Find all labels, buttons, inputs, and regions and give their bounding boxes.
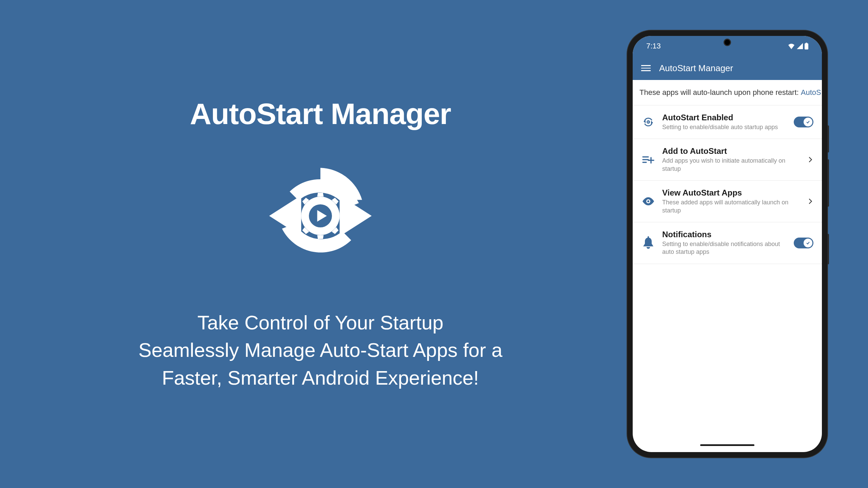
battery-icon bbox=[805, 43, 808, 49]
app-header: AutoStart Manager bbox=[633, 56, 822, 80]
wifi-icon bbox=[788, 43, 795, 49]
promo-left-content: AutoStart Manager bbox=[34, 97, 627, 391]
hamburger-menu-icon[interactable] bbox=[641, 63, 651, 73]
phone-side-button bbox=[827, 159, 829, 207]
item-content: Notifications Setting to enable/disable … bbox=[662, 230, 787, 256]
phone-frame: 7:13 AutoStart Manager bbox=[627, 30, 827, 458]
promo-banner: AutoStart Manager bbox=[0, 0, 868, 488]
item-content: View AutoStart Apps These added apps wil… bbox=[662, 188, 801, 215]
tagline-line-2: Seamlessly Manage Auto-Start Apps for a bbox=[138, 336, 502, 364]
phone-camera bbox=[724, 39, 731, 46]
check-icon bbox=[806, 241, 810, 245]
autostart-toggle[interactable] bbox=[794, 117, 813, 127]
eye-icon bbox=[641, 194, 655, 208]
svg-rect-3 bbox=[806, 43, 807, 44]
status-icons bbox=[788, 43, 808, 49]
item-subtitle: Setting to enable/disable auto startup a… bbox=[662, 123, 787, 131]
phone-nav-bar bbox=[700, 444, 754, 446]
phone-side-button bbox=[827, 125, 829, 152]
header-title: AutoStart Manager bbox=[659, 63, 733, 74]
autostart-icon bbox=[641, 115, 655, 129]
settings-item-add-autostart[interactable]: Add to AutoStart Add apps you wish to in… bbox=[633, 139, 822, 181]
signal-icon bbox=[797, 43, 803, 49]
item-title: View AutoStart Apps bbox=[662, 188, 801, 198]
item-content: AutoStart Enabled Setting to enable/disa… bbox=[662, 113, 787, 131]
app-logo bbox=[256, 158, 385, 275]
status-time: 7:13 bbox=[646, 42, 661, 50]
item-subtitle: These added apps will automatically laun… bbox=[662, 199, 801, 215]
item-subtitle: Setting to enable/disable notifications … bbox=[662, 240, 787, 256]
info-banner-link[interactable]: AutoS bbox=[801, 88, 821, 97]
tagline: Take Control of Your Startup Seamlessly … bbox=[138, 309, 502, 391]
item-subtitle: Add apps you wish to initiate automatica… bbox=[662, 157, 801, 173]
svg-rect-2 bbox=[805, 43, 808, 49]
check-icon bbox=[806, 120, 810, 124]
item-title: AutoStart Enabled bbox=[662, 113, 787, 122]
chevron-right-icon bbox=[807, 157, 813, 163]
item-title: Notifications bbox=[662, 230, 787, 239]
settings-item-notifications[interactable]: Notifications Setting to enable/disable … bbox=[633, 222, 822, 264]
tagline-line-3: Faster, Smarter Android Experience! bbox=[138, 364, 502, 391]
phone-mockup: 7:13 AutoStart Manager bbox=[627, 30, 827, 458]
settings-item-view-apps[interactable]: View AutoStart Apps These added apps wil… bbox=[633, 181, 822, 222]
settings-item-autostart-enabled[interactable]: AutoStart Enabled Setting to enable/disa… bbox=[633, 105, 822, 139]
list-plus-icon bbox=[641, 152, 655, 167]
notifications-toggle[interactable] bbox=[794, 238, 813, 248]
info-banner-text: These apps will auto-launch upon phone r… bbox=[639, 88, 801, 97]
item-title: Add to AutoStart bbox=[662, 146, 801, 156]
bell-icon bbox=[641, 236, 655, 250]
phone-side-button bbox=[827, 234, 829, 264]
item-content: Add to AutoStart Add apps you wish to in… bbox=[662, 146, 801, 173]
phone-screen: 7:13 AutoStart Manager bbox=[633, 36, 822, 452]
settings-list: AutoStart Enabled Setting to enable/disa… bbox=[633, 105, 822, 264]
svg-point-11 bbox=[647, 200, 649, 202]
app-title: AutoStart Manager bbox=[190, 97, 451, 131]
tagline-line-1: Take Control of Your Startup bbox=[138, 309, 502, 336]
chevron-right-icon bbox=[807, 198, 813, 204]
info-banner: These apps will auto-launch upon phone r… bbox=[633, 80, 822, 105]
autostart-logo-icon bbox=[256, 158, 385, 273]
